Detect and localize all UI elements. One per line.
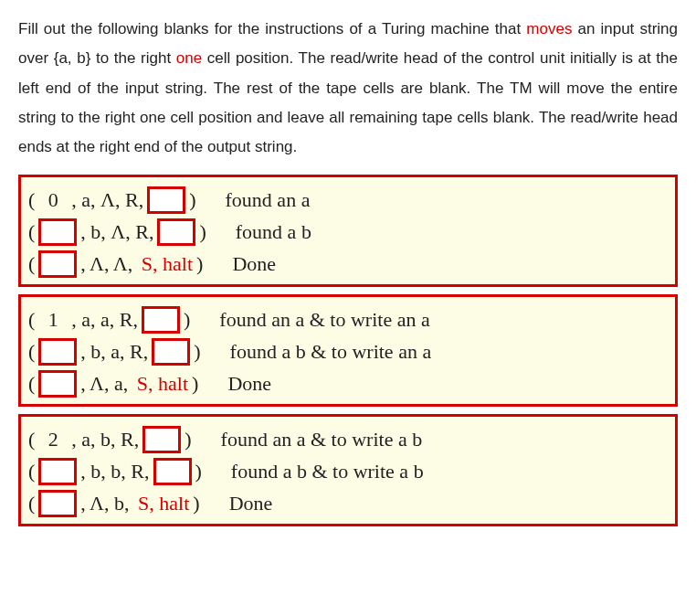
state-blank[interactable]	[38, 218, 77, 246]
instruction-row: (, b, Λ, R,)found a b	[28, 217, 668, 247]
open-paren: (	[28, 368, 35, 398]
instruction-row: (, Λ, a, S, halt)Done	[28, 368, 668, 398]
row-comment: found an a	[226, 185, 311, 215]
close-paren: )	[199, 217, 206, 247]
open-paren: (	[28, 336, 35, 366]
instruction-row: (, b, a, R,)found a b & to write an a	[28, 336, 668, 366]
halt-token: S, halt	[142, 249, 193, 279]
close-paren: )	[185, 424, 191, 454]
transition-tokens: , b, b, R,	[80, 456, 149, 486]
close-paren: )	[194, 336, 200, 366]
state-blank[interactable]	[38, 338, 77, 366]
open-paren: (	[28, 185, 35, 215]
state-value: 0	[38, 185, 68, 215]
row-comment: found a b	[236, 217, 311, 247]
row-comment: found an a & to write a b	[221, 424, 423, 454]
state-blank[interactable]	[38, 250, 77, 278]
transition-tokens: , a, Λ, R,	[71, 185, 143, 215]
halt-token: S, halt	[137, 368, 188, 398]
prompt-moves: moves	[526, 20, 572, 37]
open-paren: (	[28, 249, 35, 279]
row-comment: found a b & to write an a	[230, 336, 432, 366]
transition-tokens: , b, Λ, R,	[80, 217, 153, 247]
instruction-group: (2, a, b, R,)found an a & to write a b(,…	[18, 414, 678, 526]
open-paren: (	[28, 456, 35, 486]
state-blank[interactable]	[38, 370, 77, 398]
instruction-row: (, b, b, R,)found a b & to write a b	[28, 456, 668, 486]
open-paren: (	[28, 217, 35, 247]
instruction-row: (, Λ, Λ, S, halt)Done	[28, 249, 668, 279]
close-paren: )	[184, 304, 190, 335]
row-comment: found a b & to write a b	[231, 456, 424, 486]
transition-tokens: , Λ, Λ,	[80, 249, 137, 279]
prompt-one: one	[176, 49, 202, 67]
row-comment: Done	[227, 368, 271, 398]
row-comment: found an a & to write an a	[219, 304, 429, 335]
instruction-row: (0, a, Λ, R,)found an a	[28, 185, 668, 215]
next-state-blank[interactable]	[147, 186, 185, 214]
transition-tokens: , Λ, a,	[80, 368, 133, 398]
close-paren: )	[189, 185, 195, 215]
row-comment: Done	[232, 249, 276, 279]
row-comment: Done	[229, 488, 273, 518]
instruction-row: (1, a, a, R,)found an a & to write an a	[28, 304, 668, 335]
next-state-blank[interactable]	[142, 426, 181, 453]
open-paren: (	[28, 488, 35, 518]
transition-tokens: , a, a, R,	[71, 304, 138, 335]
instruction-row: (, Λ, b, S, halt)Done	[28, 488, 668, 518]
instruction-group: (1, a, a, R,)found an a & to write an a(…	[18, 294, 678, 407]
halt-token: S, halt	[138, 488, 189, 518]
close-paren: )	[195, 456, 202, 486]
next-state-blank[interactable]	[157, 218, 195, 246]
next-state-blank[interactable]	[153, 458, 192, 485]
state-value: 1	[38, 304, 68, 335]
next-state-blank[interactable]	[142, 306, 180, 334]
open-paren: (	[28, 304, 35, 335]
instruction-row: (2, a, b, R,)found an a & to write a b	[28, 424, 668, 454]
transition-tokens: , b, a, R,	[80, 336, 148, 366]
transition-tokens: , Λ, b,	[80, 488, 134, 518]
open-paren: (	[28, 424, 35, 454]
close-paren: )	[196, 249, 203, 279]
state-blank[interactable]	[38, 458, 77, 485]
close-paren: )	[192, 368, 198, 398]
close-paren: )	[193, 488, 199, 518]
instruction-group: (0, a, Λ, R,)found an a(, b, Λ, R,)found…	[18, 175, 678, 287]
prompt-text: Fill out the following blanks for the in…	[18, 20, 526, 37]
question-prompt: Fill out the following blanks for the in…	[18, 15, 678, 162]
next-state-blank[interactable]	[152, 338, 190, 366]
state-value: 2	[38, 424, 68, 454]
state-blank[interactable]	[38, 490, 77, 517]
transition-tokens: , a, b, R,	[71, 424, 139, 454]
